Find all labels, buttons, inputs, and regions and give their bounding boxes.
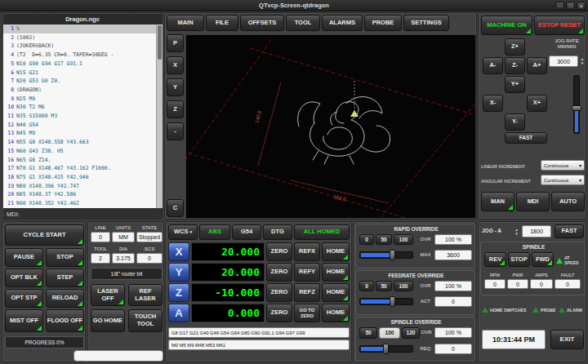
- ref-y-button[interactable]: REFY: [294, 263, 320, 282]
- gcode-line[interactable]: 2 (1002): [3, 33, 156, 42]
- linear-increment-select[interactable]: Continuous ▾: [541, 160, 585, 171]
- reload-button[interactable]: RELOAD: [46, 289, 84, 308]
- gcode-line[interactable]: 17 N70 G1 X148.467 Y43.162 F1000.: [3, 164, 156, 173]
- close-icon[interactable]: ✕: [577, 2, 586, 10]
- flood-button[interactable]: FLOOD OFF: [46, 309, 84, 332]
- jog-x-minus-button[interactable]: X-: [483, 95, 503, 112]
- feed-50-button[interactable]: 50: [376, 281, 392, 291]
- estop-reset-button[interactable]: ESTOP RESET: [534, 16, 585, 35]
- view-y-button[interactable]: Y: [167, 78, 184, 96]
- gcode-scrollbar[interactable]: [156, 24, 163, 208]
- gcode-line[interactable]: 6 N15 G21: [3, 69, 156, 78]
- spin-down-icon[interactable]: ▾: [581, 61, 584, 65]
- gcode-line[interactable]: 14 N55 G0 X148.558 Y43.663: [3, 138, 156, 147]
- rapid-100-button[interactable]: 100: [394, 234, 413, 245]
- clear-plot-button[interactable]: C: [167, 199, 184, 217]
- jog-rate-spinner-arrows[interactable]: ▴ ▾: [579, 55, 586, 67]
- optional-stop-button[interactable]: OPT STP: [5, 289, 43, 308]
- gcode-scrollbar-thumb[interactable]: [158, 25, 162, 60]
- rapid-0-button[interactable]: 0: [359, 234, 374, 245]
- gcode-line[interactable]: 11 N35 S15000 M3: [3, 112, 156, 121]
- go-to-zero-button[interactable]: GO TO ZERO: [294, 304, 320, 322]
- jog-x-plus-button[interactable]: X+: [527, 95, 547, 112]
- tab-probe[interactable]: PROBE: [364, 15, 402, 31]
- maximize-icon[interactable]: □: [566, 2, 575, 10]
- axis-a-button[interactable]: A: [168, 304, 189, 322]
- gcode-line[interactable]: 5 N10 G90 G94 G17 G91.1: [3, 60, 156, 69]
- spin-down-icon[interactable]: ▾: [515, 232, 518, 236]
- tab-tool[interactable]: TOOL: [286, 15, 320, 31]
- go-home-button[interactable]: GO HOME: [91, 309, 125, 332]
- mdi-bar[interactable]: MDI:: [3, 208, 162, 220]
- ref-x-button[interactable]: REFX: [294, 242, 320, 261]
- gcode-line[interactable]: 3 (JOKERSBACK): [3, 42, 156, 51]
- spindle-50-button[interactable]: 50: [359, 327, 377, 339]
- rapid-override-slider[interactable]: [359, 251, 413, 259]
- jog-rate-spinbox[interactable]: 3000: [549, 55, 578, 67]
- minimize-icon[interactable]: –: [555, 2, 564, 10]
- optional-block-button[interactable]: OPT BLK: [5, 269, 43, 287]
- jog-fast-button[interactable]: FAST: [505, 132, 547, 144]
- mode-mdi-button[interactable]: MDI: [516, 192, 550, 211]
- abs-button[interactable]: ABS: [199, 224, 230, 240]
- spindle-120-button[interactable]: 120: [402, 327, 420, 339]
- laser-button[interactable]: LASER OFF: [91, 284, 125, 306]
- stop-button[interactable]: STOP: [46, 248, 84, 267]
- ref-z-button[interactable]: REFZ: [294, 283, 320, 302]
- feed-100-button[interactable]: 100: [394, 281, 413, 291]
- machine-on-button[interactable]: MACHINE ON: [481, 16, 532, 35]
- tab-main[interactable]: MAIN: [167, 15, 204, 31]
- tab-offsets[interactable]: OFFSETS: [240, 15, 284, 31]
- zero-a-button[interactable]: ZERO: [266, 304, 292, 322]
- gcode-line[interactable]: 20 N85 X148.37 Y42.586: [3, 190, 156, 199]
- spindle-fwd-button[interactable]: FWD: [532, 252, 554, 267]
- jog-y-plus-button[interactable]: Y+: [505, 76, 525, 93]
- gcode-line[interactable]: 18 N75 G1 X148.415 Y42.946: [3, 173, 156, 182]
- jog-rate-slider-handle[interactable]: [572, 105, 581, 111]
- dtg-button[interactable]: DTG: [263, 224, 292, 240]
- feed-0-button[interactable]: 0: [359, 281, 374, 291]
- gcode-line[interactable]: 13 N45 M9: [3, 129, 156, 138]
- command-entry-field[interactable]: [74, 350, 163, 362]
- view-perspective-button[interactable]: P: [167, 34, 184, 52]
- axis-y-button[interactable]: Y: [168, 263, 189, 282]
- rapid-slider-handle[interactable]: [390, 250, 395, 260]
- gcode-line[interactable]: 4 (T2 D=6.35 CR=0. TAPER=30DEG -: [3, 51, 156, 60]
- tab-settings[interactable]: SETTINGS: [403, 15, 449, 31]
- feed-slider-handle[interactable]: [390, 296, 395, 307]
- view-x-button[interactable]: X: [167, 56, 184, 74]
- gcode-line[interactable]: 7 N20 G53 G0 Z0.: [3, 77, 156, 86]
- gcode-line[interactable]: 19 N80 X148.396 Y42.747: [3, 182, 156, 191]
- tab-alarms[interactable]: ALARMS: [322, 15, 363, 31]
- ref-laser-button[interactable]: REF LASER: [128, 284, 163, 306]
- zoom-out-button[interactable]: -: [167, 122, 184, 140]
- mode-auto-button[interactable]: AUTO: [551, 192, 585, 211]
- home-z-button[interactable]: HOME: [322, 283, 350, 302]
- g54-button[interactable]: G54: [232, 224, 261, 240]
- zero-y-button[interactable]: ZERO: [266, 263, 292, 282]
- angular-increment-select[interactable]: Continuous ▾: [541, 175, 585, 185]
- gcode-line[interactable]: 12 N40 G54: [3, 121, 156, 130]
- jog-z-minus-button[interactable]: Z-: [505, 57, 525, 74]
- jog-a-plus-button[interactable]: A+: [527, 57, 547, 74]
- wcs-button[interactable]: WCS ▾: [168, 224, 198, 240]
- jog-a-spinner-arrows[interactable]: ▴ ▾: [513, 225, 520, 238]
- touch-tool-button[interactable]: TOUCH TOOL: [128, 309, 163, 332]
- preview-3d-view[interactable]: 140.0 162.0: [185, 34, 476, 219]
- jog-y-minus-button[interactable]: Y-: [505, 113, 525, 131]
- gcode-line[interactable]: 9 N25 M9: [3, 95, 156, 104]
- gcode-line[interactable]: 21 N90 X148.352 Y42.462: [3, 199, 156, 208]
- jog-z-plus-button[interactable]: Z+: [505, 38, 525, 55]
- jog-rate-slider[interactable]: [573, 75, 580, 134]
- mode-manual-button[interactable]: MAN: [481, 192, 514, 211]
- mist-button[interactable]: MIST OFF: [5, 309, 43, 332]
- gcode-line[interactable]: 16 N65 G0 Z14.: [3, 156, 156, 165]
- jog-a-spinbox[interactable]: 1800: [522, 225, 551, 237]
- pause-button[interactable]: PAUSE: [5, 248, 43, 267]
- spindle-100-button[interactable]: 100: [379, 327, 400, 339]
- tab-file[interactable]: FILE: [206, 15, 238, 31]
- gcode-line[interactable]: 8 (DRAGON): [3, 86, 156, 95]
- rapid-50-button[interactable]: 50: [376, 234, 392, 245]
- step-button[interactable]: STEP: [46, 269, 84, 287]
- home-y-button[interactable]: HOME: [322, 263, 350, 282]
